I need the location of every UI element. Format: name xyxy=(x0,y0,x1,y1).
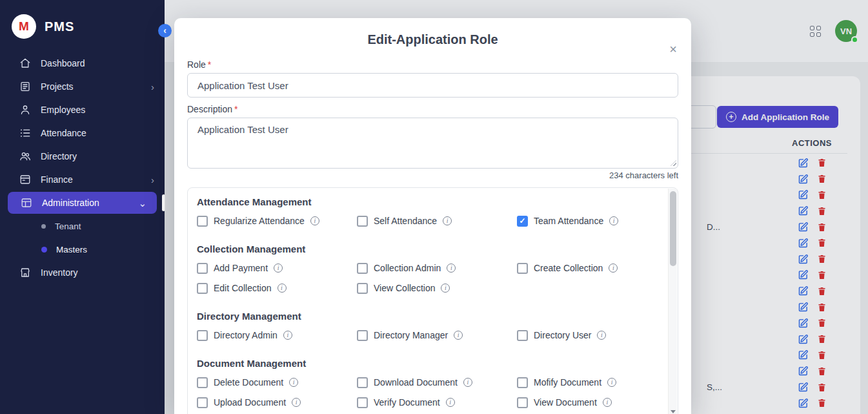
permission-checkbox-item[interactable]: Download Documenti xyxy=(357,377,517,388)
permission-group-title: Collection Management xyxy=(197,243,658,254)
permissions-scrollbar[interactable] xyxy=(668,189,677,414)
permission-label: Upload Document xyxy=(214,397,286,408)
permission-label: Mofify Document xyxy=(534,377,601,388)
checkbox-unchecked[interactable] xyxy=(197,397,208,408)
info-icon[interactable]: i xyxy=(607,378,616,387)
scrollbar-thumb[interactable] xyxy=(670,191,676,266)
checkbox-unchecked[interactable] xyxy=(517,330,528,341)
permission-label: Verify Document xyxy=(374,397,440,408)
permission-checkbox-item[interactable]: Self Attendancei xyxy=(357,215,517,227)
permission-label: Directory Admin xyxy=(214,330,278,340)
checkbox-unchecked[interactable] xyxy=(517,263,528,274)
app-title: PMS xyxy=(45,19,74,34)
employees-icon xyxy=(19,104,31,116)
sidebar-item-inventory[interactable]: Inventory xyxy=(0,261,165,284)
checkbox-unchecked[interactable] xyxy=(517,397,528,408)
permission-group-title: Document Management xyxy=(197,358,658,369)
sidebar-item-employees[interactable]: Employees xyxy=(0,98,165,121)
description-field-label: Description* xyxy=(187,104,678,114)
sidebar-item-tenant[interactable]: Tenant xyxy=(0,214,165,238)
checkbox-unchecked[interactable] xyxy=(357,216,368,227)
sidebar-item-directory[interactable]: Directory xyxy=(0,145,165,168)
checkbox-unchecked[interactable] xyxy=(197,283,208,294)
permission-checkbox-item[interactable]: Directory Useri xyxy=(517,329,677,341)
permission-label: Delete Document xyxy=(214,377,283,388)
permission-checkbox-item[interactable]: Collection Admini xyxy=(357,262,517,274)
checkbox-unchecked[interactable] xyxy=(357,377,368,388)
permission-group: Directory ManagementDirectory AdminiDire… xyxy=(197,311,658,341)
sidebar-item-dashboard[interactable]: Dashboard xyxy=(0,52,165,75)
info-icon[interactable]: i xyxy=(463,378,472,387)
sidebar-item-label: Inventory xyxy=(41,267,78,278)
bullet-icon xyxy=(41,247,47,253)
sidebar-item-projects[interactable]: Projects › xyxy=(0,75,165,98)
app-logo: M PMS xyxy=(0,0,165,52)
checkbox-unchecked[interactable] xyxy=(357,330,368,341)
sidebar-item-label: Finance xyxy=(41,174,73,185)
sidebar-item-label: Masters xyxy=(56,245,87,254)
permission-label: Download Document xyxy=(374,377,458,388)
permission-label: Create Collection xyxy=(534,263,603,273)
info-icon[interactable]: i xyxy=(447,264,456,273)
checkbox-unchecked[interactable] xyxy=(357,397,368,408)
checkbox-unchecked[interactable] xyxy=(197,377,208,388)
dashboard-icon xyxy=(19,57,31,69)
permission-group: Attendance ManagementRegularize Attendan… xyxy=(197,196,658,227)
permission-checkbox-item[interactable]: View Collectioni xyxy=(357,282,517,294)
close-icon[interactable]: × xyxy=(669,43,677,56)
checkbox-unchecked[interactable] xyxy=(517,377,528,388)
info-icon[interactable]: i xyxy=(310,216,319,225)
permission-checkbox-item[interactable]: Directory Admini xyxy=(197,329,357,341)
checkbox-unchecked[interactable] xyxy=(357,283,368,294)
required-asterisk: * xyxy=(234,104,237,114)
permission-checkbox-item[interactable]: Mofify Documenti xyxy=(517,377,677,388)
sidebar-item-attendance[interactable]: Attendance xyxy=(0,121,165,145)
permission-group: Document ManagementDelete DocumentiDownl… xyxy=(197,358,658,408)
info-icon[interactable]: i xyxy=(289,378,298,387)
checkbox-unchecked[interactable] xyxy=(197,216,208,227)
info-icon[interactable]: i xyxy=(446,398,455,407)
edit-application-role-modal: Edit-Application Role × Role* Descriptio… xyxy=(174,18,691,414)
sidebar-item-label: Administration xyxy=(42,198,99,208)
description-label-text: Description xyxy=(187,104,232,114)
permission-label: View Document xyxy=(534,397,597,408)
inventory-icon xyxy=(19,267,31,278)
role-input[interactable] xyxy=(187,73,678,98)
permission-checkbox-item[interactable]: Regularize Attendancei xyxy=(197,215,357,227)
permission-checkbox-item[interactable]: Add Paymenti xyxy=(197,262,357,274)
checkbox-checked[interactable]: ✓ xyxy=(517,216,528,227)
info-icon[interactable]: i xyxy=(278,284,287,293)
collapse-sidebar-button[interactable]: ‹ xyxy=(158,24,172,37)
permission-checkbox-item[interactable]: View Documenti xyxy=(517,397,677,408)
info-icon[interactable]: i xyxy=(283,331,292,340)
permission-checkbox-item[interactable]: Upload Documenti xyxy=(197,397,357,408)
info-icon[interactable]: i xyxy=(443,216,452,225)
sidebar-item-finance[interactable]: Finance › xyxy=(0,168,165,191)
info-icon[interactable]: i xyxy=(609,264,618,273)
info-icon[interactable]: i xyxy=(603,398,612,407)
permission-label: Add Payment xyxy=(214,263,268,273)
info-icon[interactable]: i xyxy=(454,331,463,340)
permission-label: Directory User xyxy=(534,330,591,340)
info-icon[interactable]: i xyxy=(292,398,301,407)
permission-checkbox-item[interactable]: Directory Manageri xyxy=(357,329,517,341)
permission-checkbox-item[interactable]: Create Collectioni xyxy=(517,262,677,274)
checkbox-unchecked[interactable] xyxy=(357,263,368,274)
info-icon[interactable]: i xyxy=(609,216,618,225)
info-icon[interactable]: i xyxy=(597,331,606,340)
permission-checkbox-item[interactable]: Verify Documenti xyxy=(357,397,517,408)
sidebar-nav: Dashboard Projects › Employees Attendanc… xyxy=(0,52,165,284)
permission-checkbox-item[interactable]: Delete Documenti xyxy=(197,377,357,388)
description-textarea[interactable]: Application Test User xyxy=(187,118,678,169)
permission-checkbox-item[interactable]: Edit Collectioni xyxy=(197,282,357,294)
info-icon[interactable]: i xyxy=(441,284,450,293)
permission-label: Directory Manager xyxy=(374,330,448,340)
checkbox-unchecked[interactable] xyxy=(197,330,208,341)
sidebar-item-administration[interactable]: Administration ⌄ xyxy=(8,192,157,214)
attendance-icon xyxy=(19,127,31,139)
scrollbar-down-arrow-icon[interactable] xyxy=(671,410,676,413)
permission-checkbox-item[interactable]: ✓Team Attendancei xyxy=(517,215,677,227)
info-icon[interactable]: i xyxy=(274,264,283,273)
checkbox-unchecked[interactable] xyxy=(197,263,208,274)
sidebar-item-masters[interactable]: Masters xyxy=(0,238,165,261)
